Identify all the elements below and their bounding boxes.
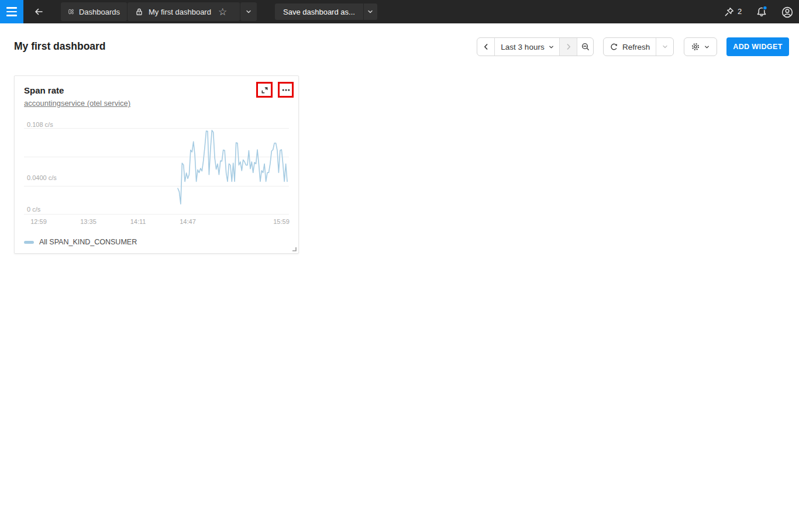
dashboard-settings-button[interactable]: [684, 38, 717, 56]
chevron-right-icon: [564, 43, 573, 51]
span-rate-chart[interactable]: [24, 111, 289, 219]
refresh-button[interactable]: Refresh: [604, 38, 656, 56]
legend-swatch: [24, 241, 34, 244]
x-tick-label: 14:47: [180, 218, 196, 225]
pin-button[interactable]: [722, 5, 736, 19]
pin-icon: [724, 6, 735, 18]
widget-subtitle-link[interactable]: accountingservice (otel service): [24, 99, 130, 108]
annotation-box-expand: [256, 82, 273, 98]
time-range-group: Last 3 hours: [477, 37, 594, 56]
time-range-value: Last 3 hours: [501, 43, 544, 51]
refresh-icon: [609, 43, 618, 51]
hamburger-menu-button[interactable]: [0, 0, 23, 23]
back-button[interactable]: [30, 4, 47, 20]
expand-icon: [260, 85, 269, 95]
widget-options-button[interactable]: [281, 85, 291, 95]
lock-icon: [135, 7, 144, 16]
x-tick-label: 15:59: [273, 218, 290, 225]
widget-title: Span rate: [24, 85, 64, 95]
tab-dashboards-label: Dashboards: [79, 8, 120, 16]
chart-legend[interactable]: All SPAN_KIND_CONSUMER: [24, 238, 137, 246]
tab-my-first-dashboard[interactable]: My first dashboard ☆: [128, 2, 240, 21]
chevron-down-icon: [245, 8, 252, 15]
dashboards-grid-icon: [68, 6, 74, 17]
chevron-left-icon: [482, 43, 490, 51]
save-dashboard-as-button[interactable]: Save dashboard as...: [275, 4, 363, 20]
top-bar: Dashboards My first dashboard ☆ Save das…: [0, 0, 799, 23]
x-tick-label: 14:11: [130, 218, 146, 225]
refresh-label: Refresh: [622, 43, 650, 51]
span-rate-widget[interactable]: Span rate accountingservice (otel servic…: [14, 75, 299, 254]
chevron-down-icon: [548, 44, 555, 50]
refresh-dropdown-button[interactable]: [656, 38, 673, 56]
pin-count-badge: 2: [738, 7, 742, 16]
notification-dot: [763, 6, 767, 10]
zoom-out-button[interactable]: [577, 38, 593, 56]
chevron-down-icon: [367, 8, 374, 15]
legend-label: All SPAN_KIND_CONSUMER: [39, 238, 137, 246]
chevron-down-icon: [662, 43, 669, 50]
tab-overflow-button[interactable]: [240, 2, 257, 21]
x-tick-label: 12:59: [30, 218, 47, 225]
time-range-select[interactable]: Last 3 hours: [494, 38, 559, 56]
expand-widget-button[interactable]: [260, 85, 269, 95]
resize-corner-icon: [292, 247, 297, 251]
avatar-icon: [781, 6, 794, 19]
time-forward-button[interactable]: [559, 38, 577, 56]
user-menu-button[interactable]: [780, 5, 794, 19]
save-dashboard-dropdown-button[interactable]: [363, 4, 377, 20]
time-back-button[interactable]: [477, 38, 494, 56]
widget-resize-handle[interactable]: [292, 247, 297, 251]
page-title: My first dashboard: [14, 40, 106, 53]
save-dashboard-as-label: Save dashboard as...: [283, 8, 355, 16]
x-tick-label: 13:35: [80, 218, 97, 225]
span-rate-line: [178, 130, 287, 204]
ellipsis-icon: [281, 85, 291, 95]
star-icon[interactable]: ☆: [218, 7, 227, 17]
back-arrow-icon: [33, 6, 44, 17]
tab-dashboards[interactable]: Dashboards: [61, 2, 127, 21]
zoom-out-icon: [581, 42, 590, 51]
notifications-button[interactable]: [755, 5, 769, 19]
tab-my-first-dashboard-label: My first dashboard: [149, 8, 211, 16]
add-widget-button[interactable]: ADD WIDGET: [726, 37, 789, 56]
gear-icon: [691, 42, 700, 51]
chevron-down-icon: [704, 44, 710, 50]
save-dashboard-group: Save dashboard as...: [275, 4, 377, 20]
annotation-box-ellipsis: [278, 82, 294, 98]
bell-icon: [755, 5, 768, 18]
refresh-group: Refresh: [603, 37, 674, 56]
settings-group: [684, 37, 717, 56]
